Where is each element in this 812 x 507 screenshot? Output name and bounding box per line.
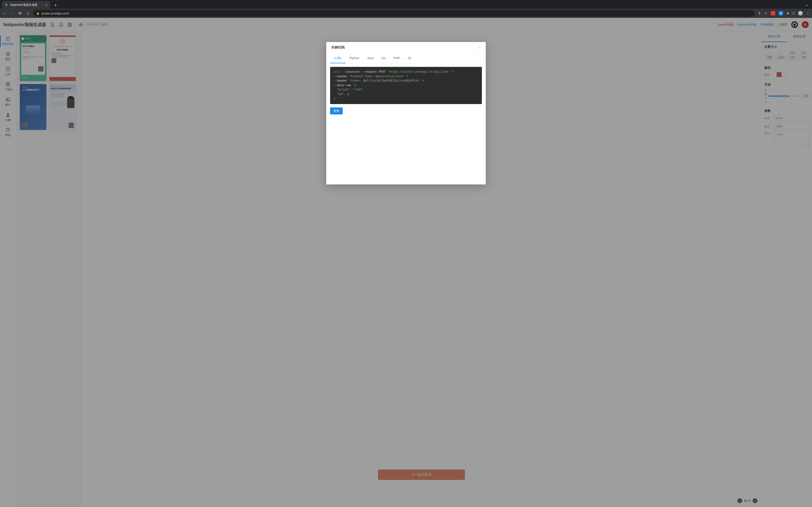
reload-button[interactable]: ⟳ [18, 11, 22, 16]
window-menu-caret-icon[interactable]: ⌄ [805, 2, 808, 7]
tab-overview-icon[interactable]: □ [793, 11, 795, 15]
tab-bar: fastposter海报生成器 × + ⌄ [0, 0, 812, 9]
tab-js[interactable]: JS [404, 53, 415, 63]
copy-button[interactable]: 复制 [330, 107, 343, 114]
tab-title: fastposter海报生成器 [10, 3, 38, 7]
tab-python[interactable]: Python [346, 53, 363, 63]
lock-icon: 🔒 [36, 12, 40, 15]
browser-chrome: fastposter海报生成器 × + ⌄ ← → ⟳ ⌂ 🔒 poster.p… [0, 0, 812, 18]
tab-java[interactable]: Java [363, 53, 377, 63]
extensions-puzzle-icon[interactable]: ✦ [786, 11, 789, 15]
url-text: poster.prodapi.cn/#/ [42, 12, 69, 15]
favicon-icon [5, 3, 8, 6]
code-block[interactable]: curl --location --request POST 'https://… [330, 67, 482, 104]
browser-tab[interactable]: fastposter海报生成器 × [2, 1, 50, 9]
toolbar-right: ⇪ ☆ ✦ □ ⋮ [758, 11, 810, 16]
browser-toolbar: ← → ⟳ ⌂ 🔒 poster.prodapi.cn/#/ ⇪ ☆ ✦ □ ⋮ [0, 9, 812, 18]
extension-icon[interactable] [771, 11, 775, 15]
modal-tabs: cURL Python Java Go PHP JS [326, 53, 486, 63]
tab-curl[interactable]: cURL [330, 53, 346, 63]
address-bar[interactable]: 🔒 poster.prodapi.cn/#/ [33, 10, 755, 17]
tab-close-icon[interactable]: × [45, 3, 47, 7]
sample-code-modal: 示例代码 × cURL Python Java Go PHP JS curl -… [326, 42, 486, 184]
back-button[interactable]: ← [2, 11, 7, 15]
tab-go[interactable]: Go [377, 53, 389, 63]
profile-avatar[interactable] [798, 11, 803, 16]
forward-button[interactable]: → [10, 11, 14, 15]
tab-php[interactable]: PHP [390, 53, 404, 63]
modal-title: 示例代码 [331, 45, 345, 50]
share-icon[interactable]: ⇪ [758, 11, 761, 15]
home-button[interactable]: ⌂ [26, 11, 30, 15]
browser-menu-icon[interactable]: ⋮ [806, 11, 810, 15]
modal-close-icon[interactable]: × [479, 45, 481, 50]
modal-overlay[interactable]: 示例代码 × cURL Python Java Go PHP JS curl -… [0, 18, 812, 507]
bookmark-star-icon[interactable]: ☆ [764, 11, 767, 15]
translate-extension-icon[interactable] [779, 11, 783, 15]
modal-header: 示例代码 × [326, 42, 486, 53]
new-tab-button[interactable]: + [52, 2, 59, 9]
